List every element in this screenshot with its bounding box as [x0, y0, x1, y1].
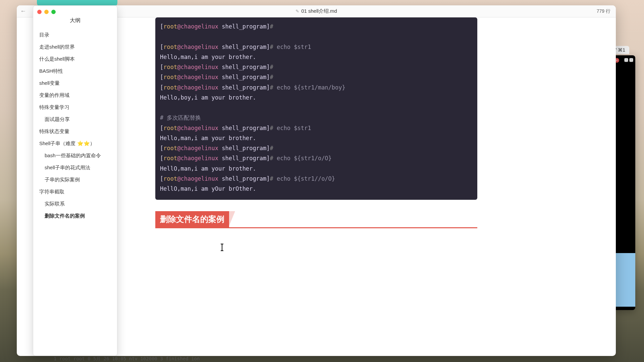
back-button[interactable]: ←: [20, 8, 26, 15]
maximize-window-button[interactable]: [51, 10, 56, 14]
outline-item[interactable]: shell子串的花式用法: [38, 162, 112, 174]
outline-list: 目录走进shell的世界什么是shell脚本BASH特性shell变量变量的作用…: [33, 29, 117, 227]
outline-item[interactable]: 目录: [38, 29, 112, 41]
line-count: 779 行: [597, 8, 610, 14]
outline-item[interactable]: 实际联系: [38, 198, 112, 210]
chevron-right-icon[interactable]: ›: [629, 58, 633, 62]
document-title-text: 01 shell介绍.md: [301, 8, 337, 14]
outline-item[interactable]: BASH特性: [38, 65, 112, 77]
outline-panel: 大纲 目录走进shell的世界什么是shell脚本BASH特性shell变量变量…: [33, 5, 117, 356]
section-heading: 删除文件名的案例: [155, 211, 477, 228]
text-cursor[interactable]: [222, 244, 222, 251]
section-heading-label: 删除文件名的案例: [155, 211, 229, 227]
outline-title: 大纲: [33, 6, 117, 29]
outline-item[interactable]: 什么是shell脚本: [38, 53, 112, 65]
background-terminal-line: 1 root root 0 5月 26 10:05 ntv 102000 3 f…: [54, 356, 200, 362]
outline-item[interactable]: 子串的实际案例: [38, 174, 112, 186]
pencil-icon: ✎: [296, 9, 299, 14]
outline-item[interactable]: 删除文件名的案例: [38, 210, 112, 222]
chevron-left-icon[interactable]: ‹: [624, 58, 628, 62]
outline-item[interactable]: 特殊变量学习: [38, 101, 112, 113]
outline-item[interactable]: 特殊状态变量: [38, 125, 112, 137]
close-window-button[interactable]: [37, 10, 42, 14]
window-traffic-lights: [37, 10, 56, 14]
document-title: ✎ 01 shell介绍.md: [296, 8, 337, 14]
background-terminal-window: ⌃⌘1 × ‹ ›: [612, 55, 635, 310]
outline-item[interactable]: Shell子串（难度 ⭐⭐）: [38, 137, 112, 149]
code-block: [root@chaogelinux shell_program]# [root@…: [155, 17, 477, 200]
outline-item[interactable]: 走进shell的世界: [38, 41, 112, 53]
background-terminal-nav: ‹ ›: [624, 58, 633, 62]
outline-item[interactable]: bash一些基础的内置命令: [38, 149, 112, 162]
outline-item[interactable]: 面试题分享: [38, 113, 112, 125]
outline-item[interactable]: 字符串截取: [38, 186, 112, 198]
outline-item[interactable]: shell变量: [38, 77, 112, 89]
background-terminal-selection: [612, 253, 635, 307]
minimize-window-button[interactable]: [44, 10, 49, 14]
outline-item[interactable]: 变量的作用域: [38, 89, 112, 101]
